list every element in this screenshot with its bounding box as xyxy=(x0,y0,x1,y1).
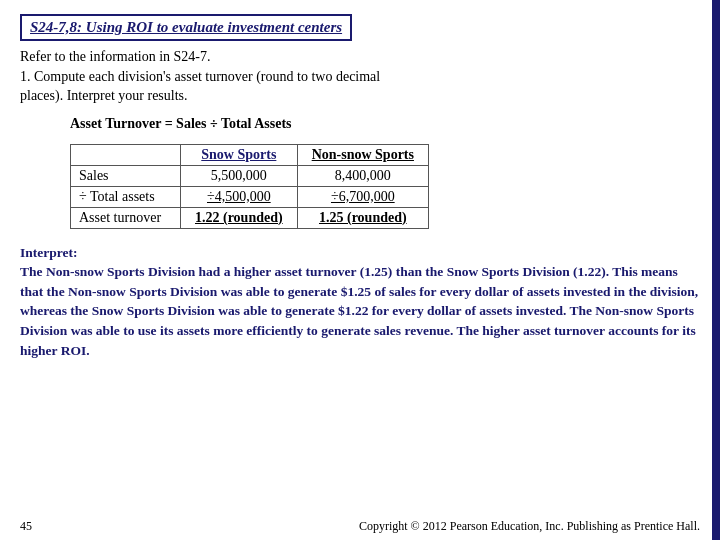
intro-line2: 1. Compute each division's asset turnove… xyxy=(20,67,700,87)
row-sales-snow: 5,500,000 xyxy=(181,165,298,186)
footer: 45 Copyright © 2012 Pearson Education, I… xyxy=(0,519,720,534)
intro-block: Refer to the information in S24-7. 1. Co… xyxy=(20,47,700,106)
page-number: 45 xyxy=(20,519,32,534)
row-sales-nonsnow: 8,400,000 xyxy=(297,165,428,186)
intro-line3: places). Interpret your results. xyxy=(20,86,700,106)
header-empty xyxy=(71,144,181,165)
page-content: S24-7,8: Using ROI to evaluate investmen… xyxy=(0,0,720,540)
row-turnover-snow: 1.22 (rounded) xyxy=(181,207,298,228)
row-turnover-label: Asset turnover xyxy=(71,207,181,228)
interpret-body: The Non-snow Sports Division had a highe… xyxy=(20,262,700,360)
interpret-section: Interpret: The Non-snow Sports Division … xyxy=(20,243,700,360)
interpret-heading: Interpret: xyxy=(20,243,700,263)
header-snow-sports: Snow Sports xyxy=(181,144,298,165)
row-sales-label: Sales xyxy=(71,165,181,186)
table-header-row: Snow Sports Non-snow Sports xyxy=(71,144,429,165)
table-row-assets: ÷ Total assets ÷4,500,000 ÷6,700,000 xyxy=(71,186,429,207)
row-turnover-nonsnow: 1.25 (rounded) xyxy=(297,207,428,228)
intro-line1: Refer to the information in S24-7. xyxy=(20,47,700,67)
header-nonsnow-sports: Non-snow Sports xyxy=(297,144,428,165)
row-assets-label: ÷ Total assets xyxy=(71,186,181,207)
right-border-decoration xyxy=(712,0,720,540)
copyright-text: Copyright © 2012 Pearson Education, Inc.… xyxy=(359,519,700,534)
asset-turnover-table-container: Snow Sports Non-snow Sports Sales 5,500,… xyxy=(70,144,700,229)
table-row-turnover: Asset turnover 1.22 (rounded) 1.25 (roun… xyxy=(71,207,429,228)
slide-title: S24-7,8: Using ROI to evaluate investmen… xyxy=(20,14,352,41)
asset-turnover-table: Snow Sports Non-snow Sports Sales 5,500,… xyxy=(70,144,429,229)
row-assets-nonsnow: ÷6,700,000 xyxy=(297,186,428,207)
formula-label: Asset Turnover = Sales ÷ Total Assets xyxy=(70,116,700,132)
row-assets-snow: ÷4,500,000 xyxy=(181,186,298,207)
table-row-sales: Sales 5,500,000 8,400,000 xyxy=(71,165,429,186)
